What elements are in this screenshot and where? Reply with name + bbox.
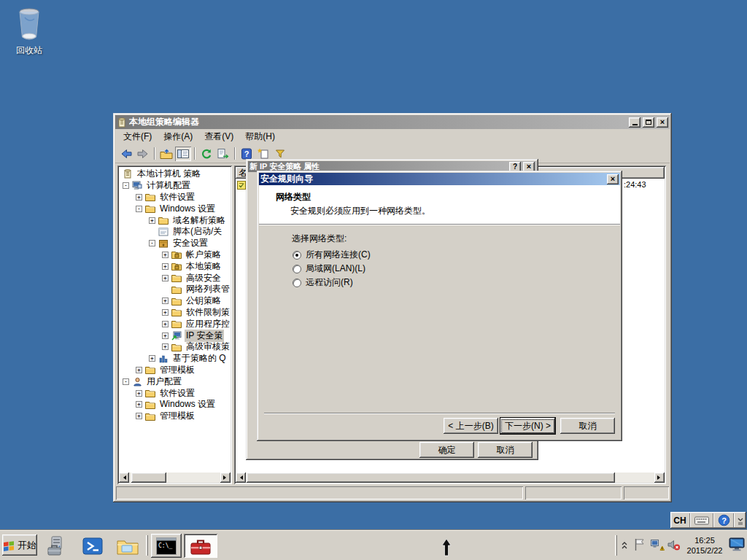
radio-button[interactable] bbox=[293, 251, 301, 260]
language-bar-options-icon[interactable] bbox=[735, 512, 746, 529]
recycle-bin[interactable]: 回收站 bbox=[9, 7, 50, 57]
tree-item[interactable]: +帐户策略 bbox=[120, 249, 231, 261]
scroll-left-icon[interactable] bbox=[119, 472, 129, 483]
tree-item[interactable]: +应用程序控 bbox=[120, 318, 231, 330]
scroll-right-icon[interactable] bbox=[654, 472, 665, 483]
network-type-option[interactable]: 所有网络连接(C) bbox=[293, 248, 371, 262]
expander-expand-icon[interactable]: + bbox=[162, 298, 169, 304]
toolbox-task-button[interactable] bbox=[184, 534, 217, 558]
minimize-button[interactable] bbox=[629, 117, 640, 128]
action-center-flag-icon[interactable] bbox=[633, 537, 646, 552]
expander-expand-icon[interactable]: + bbox=[136, 194, 142, 201]
next-button[interactable]: 下一步(N) > bbox=[500, 418, 555, 434]
list-horizontal-scrollbar[interactable] bbox=[236, 472, 665, 483]
policy-item-icon[interactable] bbox=[237, 181, 246, 190]
wizard-titlebar[interactable]: 安全规则向导 × bbox=[259, 173, 620, 185]
tree-item[interactable]: +Windows 设置 bbox=[120, 399, 231, 411]
help-icon[interactable]: ? bbox=[714, 512, 733, 529]
menu-item-action[interactable]: 操作(A) bbox=[158, 128, 198, 145]
expander-expand-icon[interactable]: + bbox=[149, 217, 155, 224]
tree-item[interactable]: +软件设置 bbox=[120, 192, 231, 203]
back-icon[interactable] bbox=[118, 147, 134, 161]
tree-item[interactable]: -计算机配置 bbox=[120, 180, 231, 192]
expander-expand-icon[interactable]: + bbox=[136, 401, 142, 408]
tree-item[interactable]: +软件设置 bbox=[120, 387, 231, 399]
svg-text:?: ? bbox=[244, 149, 249, 158]
expander-collapse-icon[interactable]: - bbox=[149, 240, 155, 246]
expander-expand-icon[interactable]: + bbox=[162, 309, 169, 316]
close-button[interactable]: × bbox=[657, 117, 668, 128]
desktop-monitor-icon[interactable] bbox=[729, 537, 745, 552]
gpedit-titlebar[interactable]: 本地组策略编辑器 × bbox=[115, 115, 670, 129]
tree-item[interactable]: -Windows 设置 bbox=[120, 203, 231, 214]
expander-expand-icon[interactable]: + bbox=[162, 263, 169, 270]
expander-expand-icon[interactable]: + bbox=[136, 390, 142, 397]
scrollbar-thumb[interactable] bbox=[247, 472, 615, 483]
tree-item-label: 用户配置 bbox=[145, 376, 183, 388]
tree-item[interactable]: +高级审核策 bbox=[120, 341, 231, 353]
expander-expand-icon[interactable]: + bbox=[162, 275, 169, 281]
tree-item[interactable]: +域名解析策略 bbox=[120, 214, 231, 226]
scroll-right-icon[interactable] bbox=[220, 472, 231, 483]
tree-item-label: 公钥策略 bbox=[185, 295, 222, 307]
tree-item[interactable]: 本地计算机 策略 bbox=[120, 168, 231, 180]
expander-expand-icon[interactable]: + bbox=[162, 343, 169, 350]
tree-item[interactable]: +软件限制策 bbox=[120, 307, 231, 319]
cancel-button[interactable]: 取消 bbox=[478, 442, 533, 458]
expander-collapse-icon[interactable]: - bbox=[136, 206, 142, 212]
expander-expand-icon[interactable]: + bbox=[162, 332, 169, 339]
cancel-button[interactable]: 取消 bbox=[560, 418, 615, 434]
explorer-icon[interactable] bbox=[115, 534, 140, 557]
keyboard-icon[interactable] bbox=[691, 512, 713, 529]
recycle-bin-label: 回收站 bbox=[9, 44, 50, 57]
tree-item[interactable]: 网络列表管 bbox=[120, 284, 231, 295]
network-warning-icon[interactable] bbox=[650, 538, 665, 551]
tree-item[interactable]: +基于策略的 Q bbox=[120, 353, 231, 365]
scrollbar-thumb[interactable] bbox=[131, 472, 166, 483]
tree-item[interactable]: +高级安全 bbox=[120, 272, 231, 284]
menu-item-file[interactable]: 文件(F) bbox=[117, 128, 158, 145]
show-tree-icon[interactable] bbox=[175, 147, 191, 161]
taskbar-divider bbox=[146, 535, 148, 556]
forward-icon[interactable] bbox=[135, 147, 151, 161]
powershell-icon[interactable] bbox=[80, 534, 105, 557]
expander-expand-icon[interactable]: + bbox=[136, 367, 142, 373]
tree-item[interactable]: -安全设置 bbox=[120, 238, 231, 249]
server-manager-icon[interactable] bbox=[44, 534, 69, 557]
network-type-option[interactable]: 局域网(LAN)(L) bbox=[293, 262, 371, 276]
start-button[interactable]: 开始 bbox=[2, 534, 37, 556]
tree-item[interactable]: +管理模板 bbox=[120, 365, 231, 376]
radio-button[interactable] bbox=[293, 279, 301, 287]
back-button[interactable]: < 上一步(B) bbox=[444, 418, 498, 434]
menu-item-view[interactable]: 查看(V) bbox=[198, 128, 239, 145]
tree-item[interactable]: +IP 安全策 bbox=[120, 330, 231, 341]
ok-button[interactable]: 确定 bbox=[419, 442, 474, 458]
expander-collapse-icon[interactable]: - bbox=[123, 182, 129, 189]
language-indicator[interactable]: CH bbox=[670, 512, 689, 529]
tree-item[interactable]: +本地策略 bbox=[120, 260, 231, 272]
tree-item[interactable]: +管理模板 bbox=[120, 411, 231, 422]
refresh-icon[interactable] bbox=[198, 147, 214, 161]
expander-expand-icon[interactable]: + bbox=[136, 413, 142, 419]
cmd-task-button[interactable]: C:\_ bbox=[151, 534, 182, 558]
expander-collapse-icon[interactable]: - bbox=[123, 378, 129, 385]
maximize-button[interactable] bbox=[643, 117, 654, 128]
status-cell bbox=[624, 486, 669, 499]
tree-item[interactable]: 脚本(启动/关 bbox=[120, 226, 231, 238]
tree-horizontal-scrollbar[interactable] bbox=[119, 472, 231, 483]
expander-expand-icon[interactable]: + bbox=[162, 252, 169, 258]
export-list-icon[interactable] bbox=[215, 147, 231, 161]
hidden-icons-chevron-icon[interactable] bbox=[619, 539, 630, 552]
radio-button[interactable] bbox=[293, 265, 301, 273]
tray-clock[interactable]: 16:25 2015/2/22 bbox=[683, 535, 727, 556]
expander-expand-icon[interactable]: + bbox=[149, 355, 155, 362]
scroll-left-icon[interactable] bbox=[236, 472, 246, 483]
expander-expand-icon[interactable]: + bbox=[162, 321, 169, 327]
volume-muted-icon[interactable] bbox=[667, 538, 681, 551]
network-type-option[interactable]: 远程访问(R) bbox=[293, 276, 371, 289]
tree-item[interactable]: -用户配置 bbox=[120, 376, 231, 387]
tree-item[interactable]: +公钥策略 bbox=[120, 295, 231, 307]
up-folder-icon[interactable] bbox=[158, 147, 174, 161]
menu-item-help[interactable]: 帮助(H) bbox=[239, 128, 281, 145]
close-icon[interactable]: × bbox=[607, 174, 619, 184]
